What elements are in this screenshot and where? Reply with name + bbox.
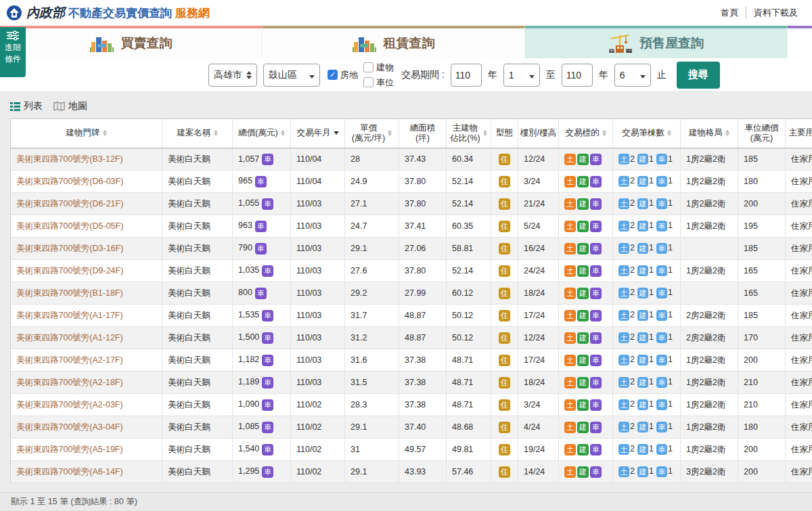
to-month-select[interactable]: 6 (614, 64, 651, 87)
list-icon (10, 102, 20, 111)
address-link[interactable]: 美術東四路700號旁(A3-04F) (16, 422, 123, 432)
nav-download-link[interactable]: 資料下載及 (746, 7, 805, 19)
counts-cell: 土2建1車1 (613, 260, 681, 282)
tab-overflow-strip (788, 26, 812, 58)
total-price-cell: 790車 (233, 238, 291, 260)
parking-included-badge: 車 (262, 377, 273, 388)
count-value: 1 (668, 198, 673, 208)
column-header[interactable]: 建物門牌 (11, 119, 162, 148)
main-tabs: 買賣查詢 租賃查詢 預售屋查詢 (0, 26, 812, 58)
address-link[interactable]: 美術東四路700號旁(D9-24F) (16, 266, 123, 275)
floor-cell: 12/24 (518, 327, 559, 349)
count-badge: 建 (637, 243, 648, 254)
address-link[interactable]: 美術東四路700號旁(D6-03F) (16, 177, 123, 186)
parking-included-badge: 車 (255, 288, 267, 299)
count-value: 1 (668, 154, 673, 164)
address-link[interactable]: 美術東四路700號旁(A1-17F) (16, 311, 123, 320)
address-link[interactable]: 美術東四路700號旁(D6-21F) (16, 199, 123, 208)
column-header[interactable]: 單價 (萬元/坪) (345, 119, 399, 148)
column-header[interactable]: 交易筆棟數 (613, 119, 681, 148)
district-select[interactable]: 鼓山區 (263, 64, 320, 87)
column-header[interactable]: 交易年月 (291, 119, 345, 148)
tab-sale-query[interactable]: 買賣查詢 (0, 26, 263, 58)
total-price-value: 790 (238, 243, 252, 252)
parking-price-cell: 180 (738, 416, 786, 439)
type-badge: 住 (499, 444, 510, 456)
project-cell: 美術白天鵝 (162, 260, 233, 282)
count-badge: 土 (618, 265, 629, 276)
type-cell: 住 (491, 238, 518, 260)
tab-rent-query[interactable]: 租賃查詢 (263, 26, 525, 58)
address-link[interactable]: 美術東四路700號旁(A2-17F) (16, 355, 123, 365)
to-year-input[interactable] (562, 64, 593, 87)
total-price-cell: 1,500車 (233, 327, 291, 349)
column-header[interactable]: 總價(萬元) (233, 119, 291, 148)
floor-cell: 16/24 (518, 238, 559, 260)
count-badge: 建 (637, 198, 648, 209)
unit-price-cell: 29.2 (345, 282, 399, 305)
target-badge: 建 (577, 422, 589, 433)
address-cell: 美術東四路700號旁(B1-18F) (11, 282, 162, 305)
tab-presale-query[interactable]: 預售屋查詢 (525, 26, 788, 58)
from-month-select[interactable]: 1 (503, 64, 540, 87)
city-select[interactable]: 高雄市 (208, 64, 257, 87)
column-header[interactable]: 交易標的 (559, 119, 613, 148)
project-cell: 美術白天鵝 (162, 349, 233, 372)
checkbox-building[interactable]: 建物 (363, 62, 394, 74)
nav-home-link[interactable]: 首頁 (713, 7, 746, 19)
address-link[interactable]: 美術東四路700號旁(A1-12F) (16, 333, 123, 342)
address-link[interactable]: 美術東四路700號旁(A6-14F) (16, 467, 123, 476)
target-badge: 車 (590, 399, 602, 411)
parking-price-cell: 170 (738, 327, 786, 349)
usage-cell: 住家用 (786, 282, 812, 305)
address-link[interactable]: 美術東四路700號旁(B3-12F) (16, 154, 123, 164)
column-header[interactable]: 建案名稱 (162, 119, 233, 148)
from-year-input[interactable] (451, 64, 482, 87)
ratio-cell: 52.14 (447, 171, 491, 193)
targets-cell: 土建車 (559, 461, 613, 483)
type-cell: 住 (491, 305, 518, 327)
address-cell: 美術東四路700號旁(A5-19F) (11, 439, 162, 461)
count-value: 1 (668, 243, 673, 252)
layout-cell (681, 282, 738, 305)
target-badge: 建 (577, 154, 589, 165)
targets-cell: 土建車 (559, 260, 613, 282)
address-link[interactable]: 美術東四路700號旁(A2-03F) (16, 400, 123, 409)
target-badge: 車 (590, 466, 602, 478)
count-value: 1 (668, 444, 673, 453)
header-row: 建物門牌建案名稱總價(萬元)交易年月單價 (萬元/坪)總面積 (坪)主建物 佔比… (11, 119, 812, 148)
view-list-label: 列表 (24, 100, 43, 112)
date-cell: 110/04 (291, 171, 345, 193)
target-badge: 車 (590, 176, 602, 187)
address-link[interactable]: 美術東四路700號旁(A5-19F) (16, 445, 123, 454)
advanced-filter-button[interactable]: 進階 條件 (0, 27, 26, 77)
view-map-button[interactable]: 地圖 (53, 100, 87, 112)
address-cell: 美術東四路700號旁(A2-17F) (11, 349, 162, 372)
total-price-value: 1,189 (238, 377, 259, 386)
address-link[interactable]: 美術東四路700號旁(A2-18F) (16, 378, 123, 387)
column-header[interactable]: 主建物 佔比(%) (447, 119, 491, 148)
unit-price-cell: 29.1 (345, 238, 399, 260)
total-price-cell: 1,085車 (233, 416, 291, 439)
address-link[interactable]: 美術東四路700號旁(B1-18F) (16, 288, 123, 298)
target-badge: 土 (564, 265, 576, 277)
address-link[interactable]: 美術東四路700號旁(D5-05F) (16, 221, 123, 231)
checkbox-land-building[interactable]: 房地 (328, 69, 358, 81)
column-header: 總面積 (坪) (399, 119, 447, 148)
map-icon (53, 102, 65, 111)
column-header[interactable]: 建物格局 (681, 119, 738, 148)
target-badge: 建 (577, 176, 589, 187)
usage-cell: 住家用 (786, 260, 812, 282)
unit-price-cell: 28 (345, 148, 399, 171)
target-badge: 土 (564, 332, 576, 344)
type-badge: 住 (499, 355, 510, 366)
column-header: 型態 (491, 119, 518, 148)
table-row: 美術東四路700號旁(A2-18F) 美術白天鵝 1,189車 110/03 3… (11, 372, 812, 394)
checkbox-parking[interactable]: 車位 (363, 76, 394, 89)
address-link[interactable]: 美術東四路700號旁(D3-16F) (16, 244, 123, 253)
usage-cell: 住家用 (786, 416, 812, 439)
targets-cell: 土建車 (559, 327, 613, 349)
view-list-button[interactable]: 列表 (10, 100, 43, 112)
search-button[interactable]: 搜尋 (677, 62, 720, 89)
project-cell: 美術白天鵝 (162, 171, 233, 193)
